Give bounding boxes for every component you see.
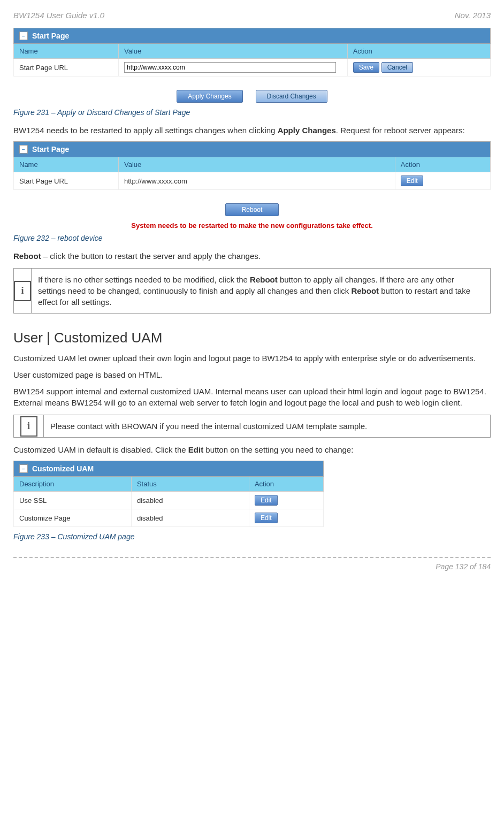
customized-uam-table: − Customized UAM Description Status Acti…	[13, 461, 324, 527]
figure-caption-232: Figure 232 – reboot device	[13, 234, 491, 242]
collapse-icon[interactable]: −	[19, 145, 28, 154]
text-fragment: . Request for reboot server appears:	[336, 126, 465, 135]
collapse-icon[interactable]: −	[19, 32, 28, 40]
row-action-cell: Edit	[249, 492, 323, 509]
row-action-cell: Edit	[395, 172, 490, 190]
figure-caption-233: Figure 233 – Customized UAM page	[13, 532, 491, 541]
edit-button[interactable]: Edit	[255, 513, 278, 523]
table-row: Use SSL disabled Edit	[14, 492, 324, 509]
table-title: Customized UAM	[32, 464, 94, 473]
reboot-button-container: Reboot	[13, 203, 491, 216]
col-name: Name	[14, 157, 119, 172]
text-fragment: button on the setting you need to change…	[203, 445, 353, 454]
col-action: Action	[249, 477, 323, 492]
edit-button[interactable]: Edit	[401, 175, 424, 186]
table-row: Customize Page disabled Edit	[14, 509, 324, 527]
row-value-cell	[119, 59, 348, 77]
table-row: Start Page URL Save Cancel	[14, 59, 491, 77]
info-icon: i	[20, 416, 37, 437]
reboot-button[interactable]: Reboot	[225, 203, 279, 216]
row-action-cell: Edit	[249, 509, 323, 527]
info-text: If there is no other settings needed to …	[32, 269, 490, 313]
text-bold: Apply Changes	[278, 126, 336, 135]
text-bold: Reboot	[250, 275, 278, 284]
page-number: Page 132 of 184	[436, 562, 491, 571]
save-button[interactable]: Save	[353, 62, 379, 73]
cancel-button[interactable]: Cancel	[381, 62, 413, 73]
start-page-table-edit: − Start Page Name Value Action Start Pag…	[13, 28, 491, 77]
paragraph-reboot: Reboot – click the button to restart the…	[13, 250, 491, 262]
text-fragment: BW1254 needs to be restarted to apply al…	[13, 126, 278, 135]
paragraph-uam-3: BW1254 support internal and external cus…	[13, 386, 491, 408]
discard-changes-button[interactable]: Discard Changes	[256, 90, 327, 103]
table-title: Start Page	[32, 32, 69, 40]
row-action-cell: Save Cancel	[347, 59, 490, 77]
info-box-browan: i Please contact with BROWAN if you need…	[13, 415, 491, 438]
paragraph-apply-changes: BW1254 needs to be restarted to apply al…	[13, 125, 491, 136]
col-status: Status	[131, 477, 249, 492]
row-desc: Customize Page	[14, 509, 132, 527]
collapse-icon[interactable]: −	[19, 464, 28, 473]
paragraph-edit: Customized UAM in default is disabled. C…	[13, 444, 491, 455]
header-right: Nov. 2013	[455, 11, 491, 20]
table-row: Start Page URL http://www.xxxx.com Edit	[14, 172, 491, 190]
table-title: Start Page	[32, 145, 69, 154]
col-description: Description	[14, 477, 132, 492]
start-page-table-view: − Start Page Name Value Action Start Pag…	[13, 141, 491, 190]
row-value: http://www.xxxx.com	[119, 172, 395, 190]
header-left: BW1254 User Guide v1.0	[13, 11, 104, 20]
row-name: Start Page URL	[14, 59, 119, 77]
apply-changes-button[interactable]: Apply Changes	[177, 90, 242, 103]
row-status: disabled	[131, 509, 249, 527]
section-heading-uam: User | Customized UAM	[13, 330, 491, 346]
col-name: Name	[14, 44, 119, 59]
info-box-reboot: i If there is no other settings needed t…	[13, 268, 491, 314]
page-footer: Page 132 of 184	[13, 557, 491, 571]
row-status: disabled	[131, 492, 249, 509]
table-title-cell: − Start Page	[14, 28, 491, 44]
text-bold: Reboot	[351, 286, 379, 295]
col-action: Action	[347, 44, 490, 59]
apply-discard-buttons: Apply Changes Discard Changes	[13, 90, 491, 103]
table-title-cell: − Customized UAM	[14, 461, 324, 477]
col-action: Action	[395, 157, 490, 172]
figure-caption-231: Figure 231 – Apply or Discard Changes of…	[13, 108, 491, 117]
table-title-cell: − Start Page	[14, 142, 491, 157]
paragraph-uam-2: User customized page is based on HTML.	[13, 369, 491, 380]
text-fragment: Customized UAM in default is disabled. C…	[13, 445, 188, 454]
info-icon: i	[14, 281, 31, 301]
text-bold: Edit	[188, 445, 203, 454]
row-name: Start Page URL	[14, 172, 119, 190]
page-header: BW1254 User Guide v1.0 Nov. 2013	[13, 11, 491, 20]
info-icon-cell: i	[14, 269, 32, 313]
reboot-notice: System needs to be restarted to make the…	[13, 221, 491, 230]
row-desc: Use SSL	[14, 492, 132, 509]
start-page-url-input[interactable]	[124, 62, 336, 73]
edit-button[interactable]: Edit	[255, 495, 278, 506]
info-icon-cell: i	[14, 415, 44, 437]
info-text: Please contact with BROWAN if you need t…	[44, 415, 373, 437]
text-fragment: If there is no other settings needed to …	[38, 275, 250, 284]
col-value: Value	[119, 157, 395, 172]
col-value: Value	[119, 44, 348, 59]
paragraph-uam-1: Customized UAM let owner upload their ow…	[13, 353, 491, 364]
text-fragment: – click the button to restart the server…	[41, 251, 261, 261]
text-bold: Reboot	[13, 251, 41, 261]
